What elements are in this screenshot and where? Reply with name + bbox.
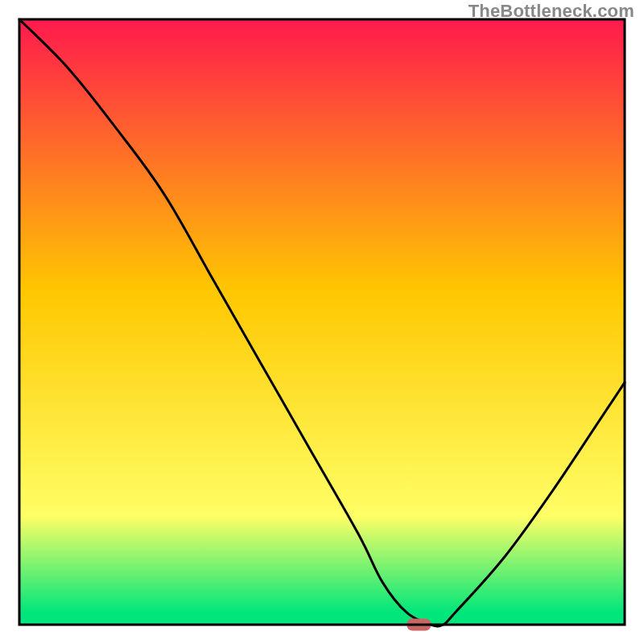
gradient-background [19,19,625,625]
bottleneck-chart [0,0,644,644]
chart-container: TheBottleneck.com [0,0,644,644]
watermark-label: TheBottleneck.com [469,1,634,22]
